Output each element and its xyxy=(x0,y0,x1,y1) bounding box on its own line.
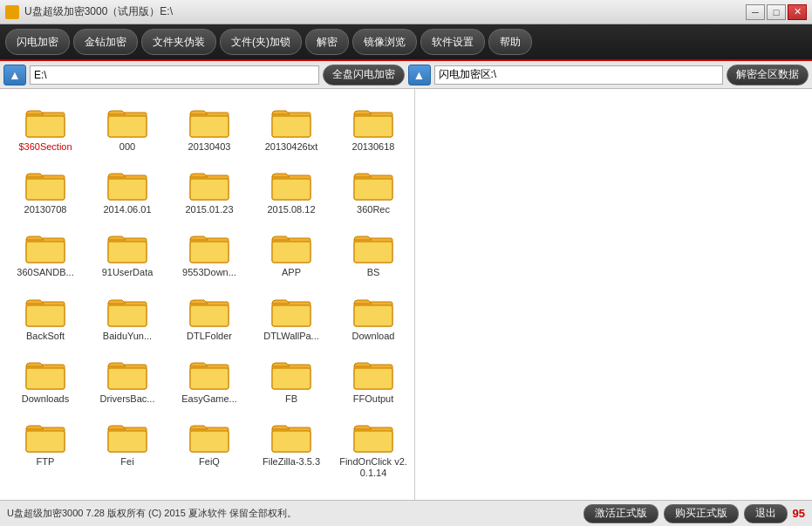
list-item[interactable]: $360Section xyxy=(7,99,84,157)
list-item[interactable]: BS xyxy=(335,225,412,283)
list-item[interactable]: DTLWallPa... xyxy=(253,289,330,346)
list-item[interactable]: BackSoft xyxy=(7,289,84,346)
svg-rect-17 xyxy=(27,180,64,199)
list-item[interactable]: FileZilla-3.5.3 xyxy=(253,414,330,483)
folder-icon xyxy=(352,229,394,264)
list-item[interactable]: APP xyxy=(253,225,330,283)
svg-rect-86 xyxy=(273,432,310,451)
folder-icon xyxy=(188,229,230,264)
flash-encrypt-button[interactable]: 闪电加密 xyxy=(5,29,70,55)
file-label: FB xyxy=(285,393,297,405)
file-label: DTLFolder xyxy=(187,331,232,342)
logo-95: 95 xyxy=(793,507,805,520)
list-item[interactable]: 360Rec xyxy=(335,162,412,220)
file-label: EasyGame... xyxy=(181,393,237,405)
svg-rect-32 xyxy=(27,243,64,262)
list-item[interactable]: FB xyxy=(253,352,330,409)
folder-icon xyxy=(270,356,312,391)
list-item[interactable]: 000 xyxy=(89,99,166,157)
maximize-button[interactable]: □ xyxy=(767,4,786,20)
decrypt-all-button[interactable]: 解密全区数据 xyxy=(727,65,809,85)
list-item[interactable]: 9553Down... xyxy=(171,225,248,283)
encrypt-all-button[interactable]: 全盘闪电加密 xyxy=(323,65,405,85)
file-label: 91UserData xyxy=(102,267,154,278)
folder-icon xyxy=(106,419,148,454)
app-icon xyxy=(5,5,19,19)
left-path-input[interactable] xyxy=(30,65,319,85)
close-button[interactable]: ✕ xyxy=(788,4,807,20)
list-item[interactable]: 2015.08.12 xyxy=(253,162,330,220)
file-label: $360Section xyxy=(18,141,72,153)
file-grid: $360Section 000 20130403 20130426txt 201… xyxy=(3,96,411,487)
folder-icon xyxy=(270,293,312,328)
svg-rect-5 xyxy=(109,117,146,136)
svg-rect-35 xyxy=(109,243,146,262)
svg-rect-11 xyxy=(273,117,310,136)
file-lock-button[interactable]: 文件(夹)加锁 xyxy=(220,29,302,55)
list-item[interactable]: Downloads xyxy=(7,352,84,409)
address-bar: ▲ 全盘闪电加密 ▲ 解密全区数据 xyxy=(0,61,812,89)
folder-icon xyxy=(352,356,394,391)
list-item[interactable]: Fei xyxy=(89,414,166,483)
folder-icon xyxy=(352,293,394,328)
decrypt-button[interactable]: 解密 xyxy=(305,29,349,55)
help-button[interactable]: 帮助 xyxy=(488,29,532,55)
list-item[interactable]: 20130618 xyxy=(335,99,412,157)
folder-icon xyxy=(270,419,312,454)
list-item[interactable]: 2014.06.01 xyxy=(89,162,166,220)
list-item[interactable]: DriversBac... xyxy=(89,352,166,409)
exit-button[interactable]: 退出 xyxy=(744,504,788,523)
svg-rect-20 xyxy=(109,180,146,199)
status-right: 激活正式版 购买正式版 退出 95 xyxy=(583,504,805,523)
file-label: Downloads xyxy=(22,393,69,405)
list-item[interactable]: EasyGame... xyxy=(171,352,248,409)
right-path-input[interactable] xyxy=(434,65,724,85)
list-item[interactable]: 360SANDB... xyxy=(7,225,84,283)
folder-icon xyxy=(106,356,148,391)
left-nav-button[interactable]: ▲ xyxy=(3,65,26,85)
folder-icon xyxy=(352,419,394,454)
list-item[interactable]: FFOutput xyxy=(335,352,412,409)
list-item[interactable]: 91UserData xyxy=(89,225,166,283)
list-item[interactable]: 2015.01.23 xyxy=(171,162,248,220)
list-item[interactable]: Download xyxy=(335,289,412,346)
svg-rect-38 xyxy=(191,243,228,262)
file-label: FeiQ xyxy=(199,456,220,468)
file-label: FileZilla-3.5.3 xyxy=(263,456,320,468)
mirror-browse-button[interactable]: 镜像浏览 xyxy=(352,29,417,55)
list-item[interactable]: DTLFolder xyxy=(171,289,248,346)
file-label: 20130708 xyxy=(24,204,67,215)
file-label: 2015.01.23 xyxy=(185,204,233,215)
folder-disguise-button[interactable]: 文件夹伪装 xyxy=(141,29,216,55)
folder-icon xyxy=(188,419,230,454)
right-nav-button[interactable]: ▲ xyxy=(408,65,431,85)
folder-icon xyxy=(24,419,66,454)
folder-icon xyxy=(352,104,394,139)
list-item[interactable]: FindOnClick v2.0.1.14 xyxy=(335,414,412,483)
file-label: 20130426txt xyxy=(265,141,318,153)
svg-rect-56 xyxy=(273,306,310,325)
folder-icon xyxy=(24,229,66,264)
list-item[interactable]: 20130426txt xyxy=(253,99,330,157)
list-item[interactable]: 20130403 xyxy=(171,99,248,157)
list-item[interactable]: FeiQ xyxy=(171,414,248,483)
svg-rect-77 xyxy=(27,432,64,451)
left-panel[interactable]: $360Section 000 20130403 20130426txt 201… xyxy=(0,89,415,500)
list-item[interactable]: 20130708 xyxy=(7,162,84,220)
list-item[interactable]: BaiduYun... xyxy=(89,289,166,346)
svg-rect-89 xyxy=(355,432,392,451)
right-panel xyxy=(415,89,812,500)
activate-button[interactable]: 激活正式版 xyxy=(583,504,658,523)
settings-button[interactable]: 软件设置 xyxy=(420,29,485,55)
folder-icon xyxy=(24,104,66,139)
svg-rect-44 xyxy=(355,243,392,262)
list-item[interactable]: FTP xyxy=(7,414,84,483)
diamond-encrypt-button[interactable]: 金钻加密 xyxy=(73,29,138,55)
file-label: 20130403 xyxy=(188,141,231,153)
file-label: 20130618 xyxy=(352,141,395,153)
buy-button[interactable]: 购买正式版 xyxy=(664,504,739,523)
svg-rect-47 xyxy=(27,306,64,325)
folder-icon xyxy=(270,167,312,202)
minimize-button[interactable]: ─ xyxy=(746,4,765,20)
svg-rect-71 xyxy=(273,369,310,388)
